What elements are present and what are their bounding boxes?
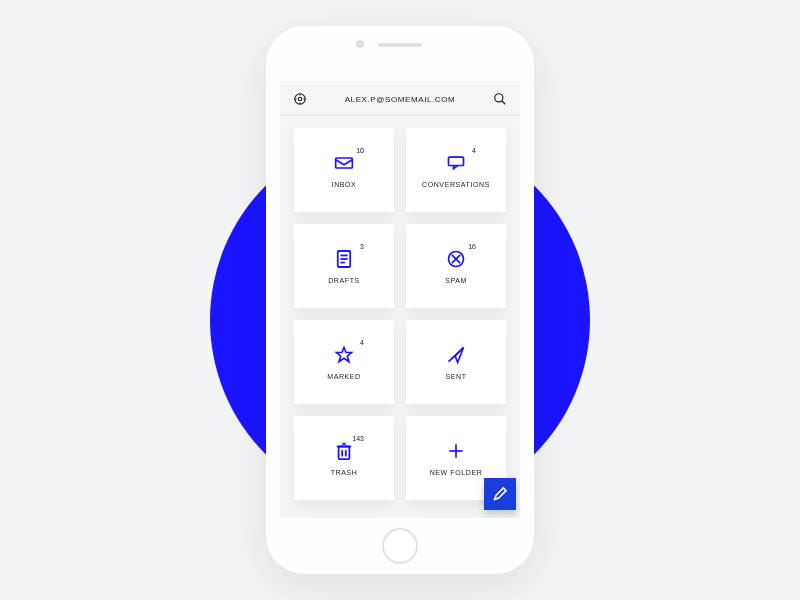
document-icon: 3 (334, 249, 354, 269)
tile-conversations[interactable]: 4 CONVERSATIONS (406, 128, 506, 212)
tile-badge: 10 (356, 147, 364, 154)
svg-rect-8 (336, 158, 353, 168)
tile-label: MARKED (327, 373, 361, 380)
compose-button[interactable] (484, 478, 516, 510)
tile-drafts[interactable]: 3 DRAFTS (294, 224, 394, 308)
tile-label: TRASH (331, 469, 358, 476)
tile-spam[interactable]: 16 SPAM (406, 224, 506, 308)
svg-rect-9 (449, 157, 464, 165)
svg-point-6 (495, 94, 503, 102)
envelope-icon: 10 (334, 153, 354, 173)
tile-inbox[interactable]: 10 INBOX (294, 128, 394, 212)
tile-badge: 143 (352, 435, 364, 442)
tile-label: SPAM (445, 277, 467, 284)
tile-marked[interactable]: 4 MARKED (294, 320, 394, 404)
svg-line-7 (502, 101, 506, 105)
search-button[interactable] (492, 91, 508, 107)
tile-label: NEW FOLDER (430, 469, 483, 476)
phone-frame: ALEX.P@SOMEMAIL.COM 10 INBOX (266, 26, 534, 574)
blocked-icon: 16 (446, 249, 466, 269)
tile-trash[interactable]: 143 TRASH (294, 416, 394, 500)
tile-sent[interactable]: SENT (406, 320, 506, 404)
gear-icon (293, 92, 307, 106)
settings-button[interactable] (292, 91, 308, 107)
folder-grid: 10 INBOX 4 CONVERSATIONS (280, 116, 520, 500)
app-screen: ALEX.P@SOMEMAIL.COM 10 INBOX (280, 81, 520, 518)
tile-label: INBOX (332, 181, 357, 188)
tile-label: CONVERSATIONS (422, 181, 490, 188)
tile-badge: 3 (360, 243, 364, 250)
search-icon (493, 92, 507, 106)
tile-badge: 4 (360, 339, 364, 346)
star-icon: 4 (334, 345, 354, 365)
svg-rect-19 (339, 446, 350, 459)
trash-icon: 143 (334, 441, 354, 461)
plus-icon (446, 441, 466, 461)
tile-label: SENT (445, 373, 466, 380)
svg-point-0 (298, 97, 302, 101)
account-email: ALEX.P@SOMEMAIL.COM (345, 95, 456, 104)
app-header: ALEX.P@SOMEMAIL.COM (280, 81, 520, 116)
tile-label: DRAFTS (328, 277, 360, 284)
home-button[interactable] (382, 528, 418, 564)
svg-marker-17 (337, 347, 352, 361)
chat-icon: 4 (446, 153, 466, 173)
send-icon (446, 345, 466, 365)
tile-badge: 4 (472, 147, 476, 154)
pencil-icon (492, 486, 508, 502)
tile-badge: 16 (468, 243, 476, 250)
